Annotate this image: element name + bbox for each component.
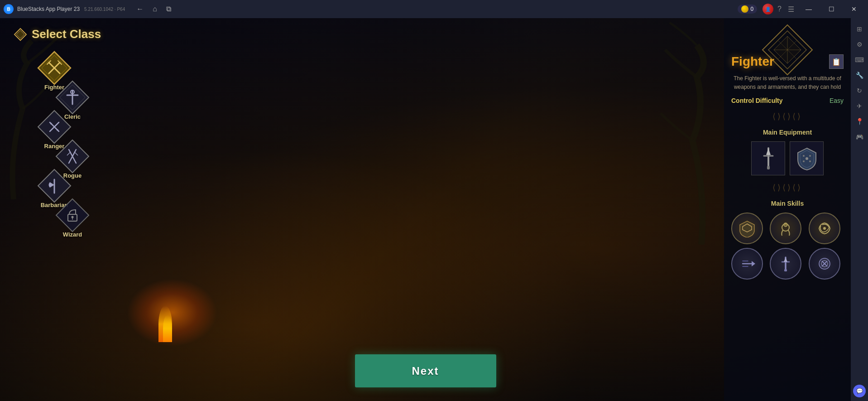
skill-slot-6[interactable] [809, 248, 840, 280]
hamburger-button[interactable]: ☰ [786, 5, 796, 14]
svg-marker-50 [752, 261, 755, 266]
svg-rect-39 [767, 166, 770, 169]
equipment-row [731, 141, 844, 175]
svg-point-47 [784, 223, 787, 227]
nav-back[interactable]: ← [134, 4, 146, 14]
sidebar-icon-gamepad[interactable]: 🎮 [852, 130, 867, 144]
coin-count: 0 [750, 6, 753, 12]
app-logo: B [4, 4, 14, 14]
svg-point-40 [803, 155, 805, 157]
next-button[interactable]: Next [355, 354, 496, 387]
svg-point-27 [72, 216, 74, 218]
coin-icon [741, 5, 748, 13]
equipment-slot-shield[interactable] [790, 141, 824, 175]
sidebar-icon-discord[interactable]: 💬 [853, 385, 866, 397]
sidebar-icon-share[interactable]: ✈ [852, 99, 867, 113]
skill-slot-3[interactable] [809, 213, 840, 244]
book-icon[interactable]: 📋 [829, 54, 844, 69]
svg-marker-38 [766, 148, 771, 155]
title-bar-left: B BlueStacks App Player 23 5.21.660.1042… [4, 4, 173, 14]
sidebar-icon-tool[interactable]: 🔧 [852, 68, 867, 82]
svg-marker-55 [784, 257, 787, 262]
sidebar-icon-settings[interactable]: ⚙ [852, 37, 867, 52]
sidebar-icon-rotation[interactable]: ↻ [852, 83, 867, 98]
skill-slot-5[interactable] [770, 248, 801, 280]
svg-marker-25 [56, 199, 89, 232]
svg-point-41 [809, 155, 811, 157]
class-diamond-wizard [54, 197, 91, 233]
skill-slot-4[interactable] [731, 248, 763, 280]
minimize-button[interactable]: — [798, 2, 819, 16]
app-version: 5.21.660.1042 · P64 [84, 7, 125, 12]
avatar-icon[interactable]: 👤 [762, 4, 773, 14]
skill-slot-2[interactable] [770, 213, 801, 244]
game-area: Select Class Fighter [0, 18, 851, 401]
title-bar: B BlueStacks App Player 23 5.21.660.1042… [0, 0, 868, 18]
right-panel: Fighter 📋 The Fighter is well-versed wit… [724, 18, 851, 401]
sidebar-icon-grid[interactable]: ⊞ [852, 22, 867, 36]
fire [149, 297, 186, 342]
app-name: BlueStacks App Player 23 [17, 6, 80, 12]
difficulty-label: Control Difficulty [731, 97, 783, 104]
select-class-icon [14, 28, 27, 41]
svg-point-42 [803, 160, 805, 162]
coin-area: 0 [738, 5, 757, 14]
bg-overlay [0, 18, 851, 401]
maximize-button[interactable]: ☐ [821, 2, 842, 16]
sidebar-icon-keyboard[interactable]: ⌨ [852, 53, 867, 67]
right-sidebar: ⊞ ⚙ ⌨ 🔧 ↻ ✈ 📍 🎮 💬 [851, 18, 868, 401]
svg-point-44 [806, 157, 808, 160]
separator-branches: ⟨⟩⟨⟩⟨⟩ [731, 111, 844, 121]
separator-branches-2: ⟨⟩⟨⟩⟨⟩ [731, 183, 844, 193]
svg-rect-56 [784, 269, 787, 271]
title-bar-right: 0 👤 ? ☰ — ☐ ✕ [738, 2, 864, 16]
difficulty-row: Control Difficulty Easy [731, 97, 844, 104]
skill-slot-1[interactable] [731, 213, 763, 244]
sidebar-icon-location[interactable]: 📍 [852, 114, 867, 129]
nav-copy[interactable]: ⧉ [164, 4, 173, 14]
nav-home[interactable]: ⌂ [150, 4, 159, 14]
app-title: BlueStacks App Player 23 5.21.660.1042 ·… [17, 6, 125, 12]
close-button[interactable]: ✕ [844, 2, 864, 16]
select-class-header: Select Class [14, 27, 101, 41]
equipment-slot-sword[interactable] [751, 141, 785, 175]
title-bar-nav: ← ⌂ ⧉ [134, 4, 173, 14]
class-list: Fighter Cleric [18, 50, 91, 240]
svg-point-43 [809, 160, 811, 162]
main-skills-title: Main Skills [731, 200, 844, 207]
class-big-diamond [760, 23, 815, 77]
help-button[interactable]: ? [775, 5, 784, 13]
skills-grid [731, 213, 844, 280]
class-item-wizard[interactable]: Wizard [54, 197, 91, 238]
select-class-title: Select Class [32, 27, 101, 41]
main-equipment-title: Main Equipment [731, 129, 844, 136]
difficulty-value: Easy [830, 97, 844, 104]
svg-point-48 [823, 227, 826, 230]
